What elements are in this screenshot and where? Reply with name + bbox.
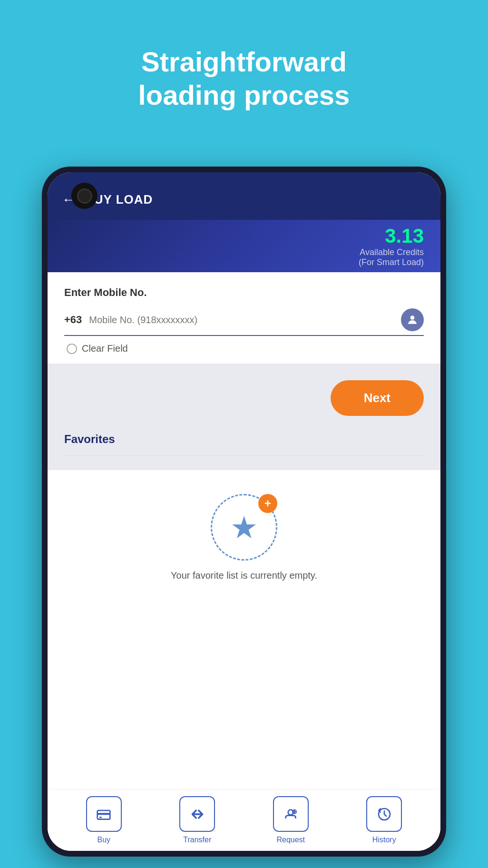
action-section: Next xyxy=(48,364,440,433)
country-code: +63 xyxy=(64,314,82,326)
nav-label-history: History xyxy=(372,836,396,844)
contact-icon[interactable] xyxy=(401,308,424,331)
empty-favorites-text: Your favorite list is currently empty. xyxy=(171,570,317,581)
svg-point-0 xyxy=(410,316,415,320)
clear-field-label: Clear Field xyxy=(82,343,128,354)
headline-line2: loading process xyxy=(138,79,350,110)
favorites-section: Favorites xyxy=(48,433,440,470)
svg-rect-2 xyxy=(98,813,110,815)
mobile-input-section: Enter Mobile No. +63 Clear Field xyxy=(48,272,440,364)
svg-rect-3 xyxy=(99,817,102,818)
nav-label-buy: Buy xyxy=(97,836,110,844)
favorites-title: Favorites xyxy=(64,433,424,456)
transfer-icon xyxy=(179,796,215,832)
favorites-content: ★ + Your favorite list is currently empt… xyxy=(48,470,440,605)
phone-screen: ← BUY LOAD 3.13 Available Credits (For S… xyxy=(48,172,440,851)
credits-banner: 3.13 Available Credits (For Smart Load) xyxy=(48,220,440,272)
credits-amount: 3.13 xyxy=(385,225,424,247)
clear-field-row: Clear Field xyxy=(64,343,424,354)
mobile-number-input[interactable] xyxy=(89,315,401,326)
camera-notch xyxy=(71,183,98,209)
nav-label-transfer: Transfer xyxy=(183,836,211,844)
star-icon: ★ xyxy=(230,510,258,545)
phone-input-row: +63 xyxy=(64,308,424,336)
credits-label: Available Credits (For Smart Load) xyxy=(359,247,424,267)
content-area: Enter Mobile No. +63 Clear Field xyxy=(48,272,440,851)
add-favorite-button[interactable]: ★ + xyxy=(211,494,277,561)
phone-frame: ← BUY LOAD 3.13 Available Credits (For S… xyxy=(42,167,446,857)
bottom-nav: Buy Transfer xyxy=(48,789,440,851)
nav-item-history[interactable]: History xyxy=(366,796,402,844)
camera-lens xyxy=(77,188,92,204)
buy-icon xyxy=(86,796,122,832)
nav-item-transfer[interactable]: Transfer xyxy=(179,796,215,844)
header-bar: ← BUY LOAD xyxy=(48,172,440,220)
plus-badge: + xyxy=(258,494,277,513)
nav-label-request: Request xyxy=(276,836,305,844)
request-icon xyxy=(273,796,309,832)
headline: Straightforward loading process xyxy=(0,45,488,111)
mobile-input-label: Enter Mobile No. xyxy=(64,286,424,299)
clear-field-radio[interactable] xyxy=(67,344,77,354)
nav-item-request[interactable]: Request xyxy=(273,796,309,844)
headline-line1: Straightforward xyxy=(141,46,347,77)
nav-item-buy[interactable]: Buy xyxy=(86,796,122,844)
history-icon xyxy=(366,796,402,832)
next-button[interactable]: Next xyxy=(331,380,424,416)
